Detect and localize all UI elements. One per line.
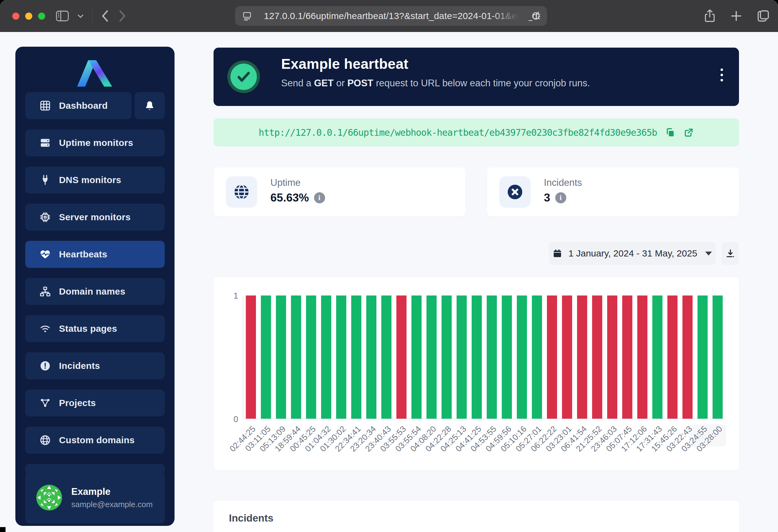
sidebar-item-partial[interactable] bbox=[25, 464, 165, 472]
more-options-button[interactable] bbox=[720, 69, 723, 81]
bar-column[interactable]: 04:41:25 bbox=[469, 295, 484, 419]
bar-column[interactable]: 23:46:03 bbox=[605, 295, 620, 419]
bar-column[interactable]: 02:44:25 bbox=[243, 295, 258, 419]
status-bar-up[interactable] bbox=[652, 295, 663, 419]
status-bar-up[interactable] bbox=[276, 295, 286, 419]
uptime-info-icon[interactable]: i bbox=[314, 192, 325, 203]
bar-column[interactable]: 05:13:09 bbox=[274, 295, 289, 419]
status-bar-up[interactable] bbox=[366, 295, 376, 419]
webhook-url[interactable]: http://127.0.0.1/66uptime/webhook-heartb… bbox=[259, 127, 657, 138]
bar-column[interactable]: 17:31:43 bbox=[650, 295, 665, 419]
status-bar-up[interactable] bbox=[502, 295, 512, 419]
status-bar-up[interactable] bbox=[411, 295, 421, 419]
status-bar-up[interactable] bbox=[532, 295, 542, 419]
reload-icon[interactable] bbox=[530, 10, 541, 21]
bar-column[interactable]: 04:53:55 bbox=[484, 295, 499, 419]
zoom-window-button[interactable] bbox=[38, 13, 45, 20]
bar-column[interactable]: 05:07:45 bbox=[620, 295, 635, 419]
status-bar-up[interactable] bbox=[321, 295, 331, 419]
status-bar-up[interactable] bbox=[457, 295, 467, 419]
bar-column[interactable]: 03:55:54 bbox=[409, 295, 424, 419]
new-tab-icon[interactable] bbox=[730, 10, 743, 22]
status-bar-up[interactable] bbox=[336, 295, 346, 419]
bar-column[interactable]: 00:45:25 bbox=[304, 295, 319, 419]
bar-column[interactable]: 04:59:56 bbox=[499, 295, 514, 419]
status-bar-up[interactable] bbox=[712, 295, 723, 419]
sidebar-item-dns-monitors[interactable]: DNS monitors bbox=[25, 167, 165, 193]
globe-icon bbox=[39, 434, 51, 446]
bar-column[interactable]: 18:59:44 bbox=[289, 295, 304, 419]
bar-column[interactable]: 06:41:54 bbox=[574, 295, 590, 419]
bar-column[interactable]: 04:08:20 bbox=[424, 295, 439, 419]
back-button[interactable] bbox=[100, 10, 110, 22]
bar-column[interactable]: 15:45:26 bbox=[665, 295, 680, 419]
share-icon[interactable] bbox=[704, 9, 716, 23]
status-bar-down[interactable] bbox=[622, 295, 632, 419]
bar-column[interactable]: 03:55:53 bbox=[394, 295, 409, 419]
address-bar[interactable]: 127.0.0.1/66uptime/heartbeat/13?&start_d… bbox=[235, 6, 547, 26]
profile-card[interactable]: Example sample@example.com bbox=[25, 472, 165, 523]
status-bar-up[interactable] bbox=[442, 295, 452, 419]
status-bar-down[interactable] bbox=[547, 295, 557, 419]
notifications-button[interactable] bbox=[135, 92, 165, 119]
forward-button[interactable] bbox=[118, 10, 127, 22]
sidebar-item-dashboard[interactable]: Dashboard bbox=[25, 92, 132, 119]
status-bar-up[interactable] bbox=[472, 295, 482, 419]
bar-column[interactable]: 17:12:06 bbox=[635, 295, 650, 419]
minimize-window-button[interactable] bbox=[25, 13, 32, 20]
bar-column[interactable]: 21:25:52 bbox=[590, 295, 605, 419]
app-logo[interactable] bbox=[15, 47, 174, 92]
status-bar-up[interactable] bbox=[306, 295, 316, 419]
close-window-button[interactable] bbox=[12, 13, 19, 20]
page-icon[interactable] bbox=[242, 11, 252, 21]
incidents-info-icon[interactable]: i bbox=[555, 192, 566, 203]
status-bar-up[interactable] bbox=[291, 295, 301, 419]
status-bar-down[interactable] bbox=[562, 295, 572, 419]
bar-column[interactable]: 03:24:55 bbox=[695, 295, 710, 419]
status-bar-down[interactable] bbox=[577, 295, 587, 419]
bar-column[interactable]: 06:22:22 bbox=[544, 295, 559, 419]
status-bar-up[interactable] bbox=[381, 295, 391, 419]
status-bar-down[interactable] bbox=[668, 295, 678, 419]
sidebar-item-domain-names[interactable]: Domain names bbox=[25, 278, 165, 305]
status-bar-down[interactable] bbox=[637, 295, 647, 419]
bar-column[interactable]: 04:25:13 bbox=[454, 295, 469, 419]
bar-column[interactable]: 05:10:16 bbox=[514, 295, 529, 419]
bar-column[interactable]: 03:23:01 bbox=[559, 295, 574, 419]
status-bar-down[interactable] bbox=[246, 295, 256, 419]
status-bar-up[interactable] bbox=[487, 295, 497, 419]
bar-column[interactable]: 03:11:05 bbox=[258, 295, 274, 419]
bar-column[interactable]: 05:27:01 bbox=[529, 295, 544, 419]
download-button[interactable] bbox=[721, 242, 739, 265]
sidebar-item-status-pages[interactable]: Status pages bbox=[25, 315, 165, 342]
status-bar-up[interactable] bbox=[698, 295, 708, 419]
status-bar-up[interactable] bbox=[426, 295, 437, 419]
bar-column[interactable]: 22:34:41 bbox=[349, 295, 364, 419]
external-link-icon[interactable] bbox=[683, 127, 694, 138]
bar-column[interactable]: 23:40:43 bbox=[379, 295, 394, 419]
sidebar-toggle-icon[interactable] bbox=[56, 10, 69, 21]
toolbar-chevron-down-icon[interactable] bbox=[77, 12, 84, 20]
bar-column[interactable]: 03:28:00 bbox=[710, 295, 725, 419]
sidebar-item-heartbeats[interactable]: Heartbeats bbox=[25, 241, 165, 268]
status-bar-down[interactable] bbox=[396, 295, 406, 419]
bar-column[interactable]: 03:22:43 bbox=[680, 295, 695, 419]
bar-column[interactable]: 04:22:28 bbox=[439, 295, 454, 419]
status-bar-down[interactable] bbox=[607, 295, 617, 419]
copy-icon[interactable] bbox=[665, 127, 675, 138]
status-bar-up[interactable] bbox=[261, 295, 271, 419]
sidebar-item-server-monitors[interactable]: Server monitors bbox=[25, 204, 165, 231]
tab-overview-icon[interactable] bbox=[757, 9, 770, 23]
bar-column[interactable]: 23:20:34 bbox=[364, 295, 379, 419]
date-range-button[interactable]: 1 January, 2024 - 31 May, 2025 bbox=[549, 242, 716, 265]
status-bar-up[interactable] bbox=[351, 295, 361, 419]
sidebar-item-projects[interactable]: Projects bbox=[25, 389, 165, 417]
sidebar-item-custom-domains[interactable]: Custom domains bbox=[25, 427, 165, 454]
status-bar-down[interactable] bbox=[683, 295, 693, 419]
bar-column[interactable]: 01:30:02 bbox=[334, 295, 349, 419]
sidebar-item-uptime-monitors[interactable]: Uptime monitors bbox=[25, 129, 165, 156]
status-bar-up[interactable] bbox=[517, 295, 527, 419]
status-bar-down[interactable] bbox=[592, 295, 602, 419]
bar-column[interactable]: 01:04:32 bbox=[319, 295, 334, 419]
sidebar-item-incidents[interactable]: Incidents bbox=[25, 352, 165, 379]
